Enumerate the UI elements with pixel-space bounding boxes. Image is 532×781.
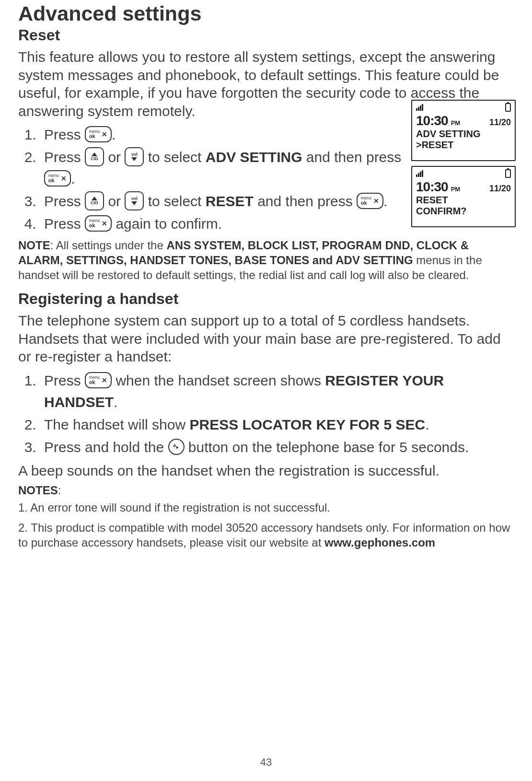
- url-text: www.gephones.com: [324, 536, 435, 549]
- screen-ampm: PM: [451, 119, 461, 127]
- text: .: [425, 417, 429, 432]
- text: again to confirm.: [116, 216, 222, 232]
- text: .: [112, 127, 116, 142]
- text: Press: [44, 373, 85, 388]
- up-cid-key-icon: CID: [85, 147, 104, 166]
- menu-ok-key-icon: menuok✕: [44, 170, 71, 187]
- down-vol-key-icon: vol: [125, 147, 144, 166]
- note-label: NOTE: [18, 239, 50, 252]
- manual-page: Advanced settings Reset This feature all…: [0, 0, 532, 781]
- note-item: 1. An error tone will sound if the regis…: [18, 500, 514, 515]
- list-item: Press menuok✕ again to confirm.: [40, 213, 414, 234]
- text: .: [71, 171, 75, 187]
- notes-label-row: NOTES:: [18, 483, 514, 498]
- list-item: Press menuok✕ when the handset screen sh…: [40, 370, 514, 413]
- text: The handset will show: [44, 417, 190, 432]
- battery-icon: [505, 169, 511, 178]
- screen-date: 11/20: [489, 117, 511, 128]
- list-item: Press CID or vol to select ADV SETTING a…: [40, 146, 414, 189]
- text: .: [114, 394, 117, 410]
- screen-date: 11/20: [489, 184, 511, 194]
- text: to select: [148, 193, 206, 209]
- screen-time: 10:30: [416, 113, 448, 128]
- register-after: A beep sounds on the handset when the re…: [18, 462, 514, 480]
- text: Press: [44, 149, 85, 165]
- screen-adv-setting: 10:30 PM 11/20 ADV SETTING >RESET: [411, 100, 516, 161]
- screen-reset-confirm: 10:30 PM 11/20 RESET CONFIRM?: [411, 166, 516, 227]
- bold-text: ADV SETTING: [206, 149, 302, 165]
- screen-time: 10:30: [416, 179, 448, 195]
- svg-point-0: [176, 447, 178, 448]
- list-item: Press and hold the button on the telepho…: [40, 436, 514, 458]
- screen-line: >RESET: [416, 140, 511, 151]
- battery-icon: [505, 103, 511, 112]
- reset-steps-list: Press menuok✕ . Press CID or vol to sele…: [18, 124, 414, 234]
- text: : All settings under the: [50, 239, 167, 252]
- text: or: [108, 149, 125, 165]
- list-item: Press CID or vol to select RESET and the…: [40, 190, 414, 212]
- screen-ampm: PM: [451, 186, 461, 193]
- text: Press: [44, 193, 85, 209]
- menu-ok-key-icon: menuok✕: [85, 126, 112, 142]
- down-vol-key-icon: vol: [125, 191, 144, 210]
- text: to select: [148, 149, 206, 165]
- up-cid-key-icon: CID: [85, 191, 104, 210]
- text: Press: [44, 216, 85, 232]
- bold-text: RESET: [206, 193, 254, 209]
- register-steps-list: Press menuok✕ when the handset screen sh…: [18, 370, 514, 458]
- text: Press and hold the: [44, 439, 168, 455]
- list-item: Press menuok✕ .: [40, 124, 414, 145]
- screen-mockups: 10:30 PM 11/20 ADV SETTING >RESET 10:30 …: [411, 100, 516, 227]
- signal-icon: [416, 104, 423, 111]
- text: .: [383, 193, 387, 209]
- page-title: Advanced settings: [18, 0, 514, 25]
- section-heading-register: Registering a handset: [18, 290, 514, 308]
- text: :: [58, 484, 61, 497]
- screen-line: CONFIRM?: [416, 206, 511, 217]
- list-item: The handset will show PRESS LOCATOR KEY …: [40, 414, 514, 435]
- text: or: [108, 193, 125, 209]
- text: when the handset screen shows: [116, 373, 325, 388]
- locator-key-icon: [168, 439, 185, 455]
- text: button on the telephone base for 5 secon…: [188, 439, 469, 455]
- screen-line: ADV SETTING: [416, 128, 511, 140]
- register-intro: The telephone system can support up to a…: [18, 312, 514, 366]
- menu-ok-key-icon: menuok✕: [357, 193, 383, 209]
- reset-note: NOTE: All settings under the ANS SYSTEM,…: [18, 238, 514, 282]
- page-number: 43: [0, 756, 532, 769]
- menu-ok-key-icon: menuok✕: [85, 372, 112, 388]
- text: Press: [44, 127, 85, 142]
- menu-ok-key-icon: menuok✕: [85, 215, 112, 232]
- text: and then press: [306, 149, 401, 165]
- text: 2. This product is compatible with model…: [18, 521, 510, 549]
- screen-line: RESET: [416, 195, 511, 206]
- note-item: 2. This product is compatible with model…: [18, 520, 514, 550]
- signal-icon: [416, 170, 423, 177]
- bold-text: PRESS LOCATOR KEY FOR 5 SEC: [190, 417, 426, 432]
- text: and then press: [257, 193, 357, 209]
- section-heading-reset: Reset: [18, 26, 514, 44]
- notes-label: NOTES: [18, 484, 58, 497]
